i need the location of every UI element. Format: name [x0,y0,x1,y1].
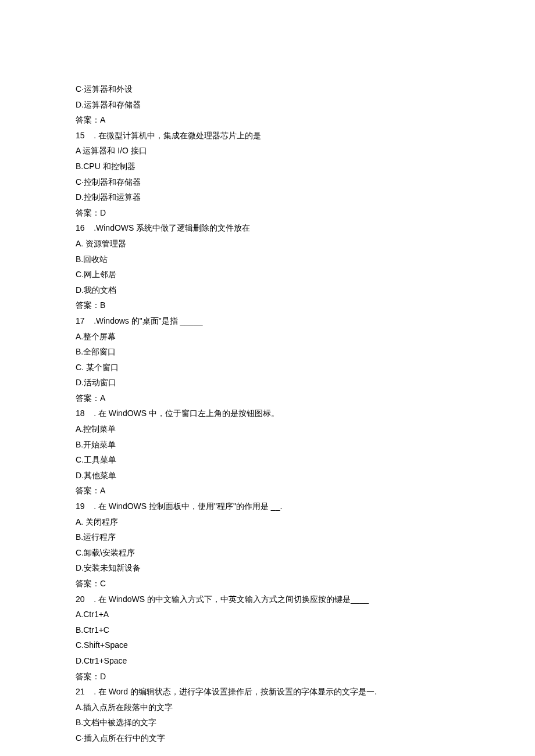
answer-line: 答案：B [76,298,459,313]
text-line: B.回收站 [76,252,459,267]
text-line: D.其他菜单 [76,468,459,483]
text-line: C. 某个窗口 [76,360,459,375]
text-line: B.全部窗口 [76,344,459,360]
text-line: A. 资源管理器 [76,236,459,252]
text-line: C.Shift+Space [76,637,459,653]
text-line: C.网上邻居 [76,267,459,282]
text-line: D.Ctr1+Space [76,653,459,669]
text-line: D.安装未知新设备 [76,560,459,576]
answer-line: 答案：A [76,483,459,499]
text-line: A. 关闭程序 [76,514,459,530]
answer-line: 答案：A [76,390,459,406]
question-line: 19 . 在 WindOWS 控制面板中，使用"程序"的作用是 __. [76,499,459,514]
text-line: A 运算器和 I/O 接口 [76,143,459,159]
text-line: A.控制菜单 [76,421,459,437]
question-line: 15 . 在微型计算机中，集成在微处理器芯片上的是 [76,128,459,144]
text-line: A.Ctr1+A [76,607,459,622]
answer-line: 答案：A [76,112,459,128]
question-line: 21 . 在 Word 的编辑状态，进行字体设置操作后，按新设置的字体显示的文字… [76,684,459,700]
text-line: D.我的文档 [76,282,459,298]
text-line: B.运行程序 [76,529,459,545]
text-line: C·插入点所在行中的文字 [76,730,459,746]
text-line: B.文档中被选择的文字 [76,715,459,730]
question-line: 16 .WindOWS 系统中做了逻辑删除的文件放在 [76,220,459,236]
text-line: C·控制器和存储器 [76,174,459,190]
question-line: 20 . 在 WindoWS 的中文输入方式下，中英文输入方式之间切换应按的键是… [76,592,459,607]
text-line: D.控制器和运算器 [76,189,459,205]
text-line: D.运算器和存储器 [76,97,459,113]
text-line: B.Ctr1+C [76,622,459,638]
text-line: D.活动窗口 [76,375,459,390]
question-line: 18 . 在 WindOWS 中，位于窗口左上角的是按钮图标。 [76,406,459,421]
text-line: C.卸载\安装程序 [76,545,459,561]
question-line: 17 .Windows 的"桌面"是指 _____ [76,313,459,329]
text-line: C.工具菜单 [76,452,459,468]
text-line: B.开始菜单 [76,437,459,453]
text-line: C·运算器和外设 [76,81,459,97]
answer-line: 答案：D [76,669,459,685]
text-line: A.插入点所在段落中的文字 [76,700,459,715]
document-page: C·运算器和外设 D.运算器和存储器 答案：A 15 . 在微型计算机中，集成在… [0,0,535,756]
text-line: B.CPU 和控制器 [76,159,459,174]
text-line: A.整个屏幕 [76,329,459,345]
answer-line: 答案：C [76,576,459,592]
answer-line: 答案：D [76,205,459,221]
